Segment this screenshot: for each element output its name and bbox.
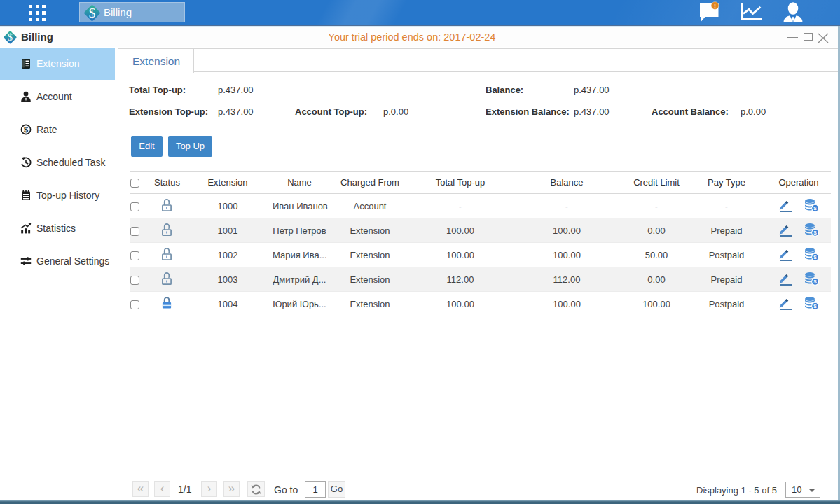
svg-text:$: $: [814, 230, 818, 236]
svg-text:$: $: [89, 6, 96, 20]
svg-text:$: $: [814, 205, 818, 211]
svg-text:$: $: [814, 254, 818, 260]
svg-text:$: $: [24, 125, 28, 134]
svg-text:$: $: [814, 279, 818, 285]
svg-text:!: !: [714, 3, 716, 9]
svg-text:$: $: [814, 303, 818, 309]
